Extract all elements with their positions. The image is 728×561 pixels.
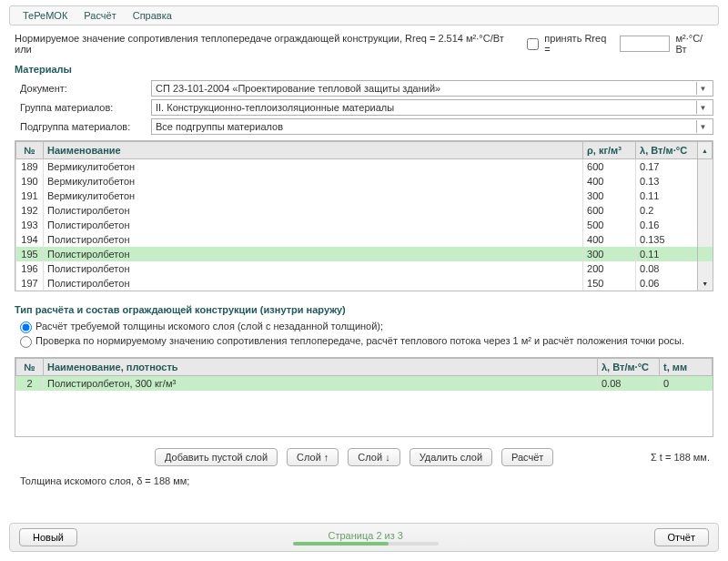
table-row[interactable]: 193Полистиролбетон5000.16 [16, 218, 713, 232]
cell-num: 192 [16, 203, 44, 218]
cell-num: 196 [16, 261, 44, 276]
cell-name: Полистиролбетон [44, 261, 583, 276]
table-row[interactable]: 189Вермикулитобетон6000.17 [16, 159, 713, 175]
scrollbar-track[interactable] [698, 203, 713, 218]
menu-teremok[interactable]: ТеРеМОК [23, 10, 67, 21]
th2-t[interactable]: t, мм [660, 359, 713, 376]
scroll-up-icon[interactable]: ▲ [698, 142, 713, 159]
cell-name: Вермикулитобетон [44, 174, 583, 189]
sigma-total: Σ t = 188 мм. [651, 452, 710, 463]
chevron-down-icon: ▼ [696, 101, 709, 114]
materials-table: № Наименование ρ, кг/м³ λ, Вт/м·°С ▲ 189… [15, 140, 713, 291]
cell-lambda: 0.2 [636, 203, 698, 218]
scrollbar-track[interactable] [698, 218, 713, 232]
cell-lambda: 0.06 [636, 276, 698, 291]
cell-lambda: 0.11 [636, 189, 698, 203]
cell-num: 191 [16, 189, 44, 203]
scrollbar-track[interactable] [698, 159, 713, 175]
document-select-value: СП 23-101-2004 «Проектирование тепловой … [156, 83, 440, 94]
cell-lambda: 0.08 [598, 376, 660, 392]
cell-t: 0 [660, 376, 713, 392]
cell-lambda: 0.13 [636, 174, 698, 189]
th2-lambda[interactable]: λ, Вт/м·°С [598, 359, 660, 376]
table-row[interactable]: 197Полистиролбетон1500.06▼ [16, 276, 713, 291]
cell-name: Вермикулитобетон [44, 159, 583, 175]
add-layer-button[interactable]: Добавить пустой слой [155, 448, 278, 466]
radio2-label: Проверка по нормируемому значению сопрот… [35, 335, 684, 346]
table-row[interactable]: 190Вермикулитобетон4000.13 [16, 174, 713, 189]
cell-rho: 300 [583, 247, 636, 261]
th-num[interactable]: № [16, 142, 44, 159]
rreq-unit: м²·°С/Вт [675, 33, 713, 55]
rreq-line: Нормируемое значение сопротивления тепло… [15, 33, 713, 55]
menu-help[interactable]: Справка [133, 10, 172, 21]
result-thickness: Толщина искомого слоя, δ = 188 мм; [20, 475, 713, 486]
table-row[interactable]: 192Полистиролбетон6000.2 [16, 203, 713, 218]
layer-buttons-row: Добавить пустой слой Слой ↑ Слой ↓ Удали… [15, 448, 713, 466]
scroll-down-icon[interactable]: ▼ [702, 280, 708, 287]
label-subgroup: Подгруппа материалов: [15, 121, 151, 132]
cell-name: Полистиролбетон, 300 кг/м³ [44, 376, 598, 392]
calc-button[interactable]: Расчёт [501, 448, 553, 466]
table-row[interactable]: 2Полистиролбетон, 300 кг/м³0.080 [16, 376, 713, 392]
new-button[interactable]: Новый [19, 528, 77, 546]
cell-num: 197 [16, 276, 44, 291]
table-row[interactable]: 194Полистиролбетон4000.135 [16, 232, 713, 247]
cell-num: 190 [16, 174, 44, 189]
th2-name[interactable]: Наименование, плотность [44, 359, 598, 376]
cell-rho: 150 [583, 276, 636, 291]
footer-bar: Новый Страница 2 из 3 Отчёт [9, 523, 719, 552]
cell-rho: 600 [583, 159, 636, 175]
cell-name: Полистиролбетон [44, 218, 583, 232]
cell-lambda: 0.17 [636, 159, 698, 175]
radio1-label: Расчёт требуемой толщины искомого слоя (… [35, 321, 383, 332]
cell-rho: 400 [583, 174, 636, 189]
materials-title: Материалы [15, 64, 713, 75]
layers-table: № Наименование, плотность λ, Вт/м·°С t, … [15, 357, 713, 437]
menubar: ТеРеМОК Расчёт Справка [9, 5, 719, 26]
label-group: Группа материалов: [15, 102, 151, 113]
table-row[interactable]: 195Полистиролбетон3000.11 [16, 247, 713, 261]
rreq-checkbox[interactable] [527, 38, 539, 50]
radio-required-thickness[interactable]: Расчёт требуемой толщины искомого слоя (… [20, 321, 713, 333]
rreq-input[interactable] [620, 36, 670, 52]
radio-check-norm[interactable]: Проверка по нормируемому значению сопрот… [20, 335, 713, 348]
scrollbar-track[interactable] [698, 261, 713, 276]
th-lambda[interactable]: λ, Вт/м·°С [636, 142, 698, 159]
cell-name: Полистиролбетон [44, 232, 583, 247]
report-button[interactable]: Отчёт [654, 528, 709, 546]
cell-rho: 300 [583, 189, 636, 203]
cell-name: Полистиролбетон [44, 203, 583, 218]
label-document: Документ: [15, 83, 151, 94]
subgroup-select[interactable]: Все подгруппы материалов ▼ [151, 118, 713, 135]
th-name[interactable]: Наименование [44, 142, 583, 159]
cell-rho: 200 [583, 261, 636, 276]
menu-calc[interactable]: Расчёт [84, 10, 116, 21]
cell-rho: 600 [583, 203, 636, 218]
page-text: Страница 2 из 3 [329, 530, 403, 541]
page-indicator: Страница 2 из 3 [77, 530, 654, 546]
page-progress [293, 542, 439, 546]
table-row[interactable]: 191Вермикулитобетон3000.11 [16, 189, 713, 203]
cell-lambda: 0.08 [636, 261, 698, 276]
scrollbar-track[interactable] [698, 232, 713, 247]
delete-layer-button[interactable]: Удалить слой [410, 448, 492, 466]
th2-num[interactable]: № [16, 359, 44, 376]
table-row[interactable]: 196Полистиролбетон2000.08 [16, 261, 713, 276]
scrollbar-track[interactable] [698, 189, 713, 203]
cell-name: Вермикулитобетон [44, 189, 583, 203]
layer-up-button[interactable]: Слой ↑ [287, 448, 339, 466]
radio-required-thickness-input[interactable] [20, 321, 32, 333]
group-select[interactable]: II. Конструкционно-теплоизоляционные мат… [151, 99, 713, 116]
cell-num: 189 [16, 159, 44, 175]
radio-check-norm-input[interactable] [20, 336, 32, 348]
scrollbar-track[interactable]: ▼ [698, 276, 713, 291]
scrollbar-track[interactable] [698, 174, 713, 189]
document-select[interactable]: СП 23-101-2004 «Проектирование тепловой … [151, 80, 713, 97]
rreq-checkbox-label: принять Rreq = [544, 33, 614, 55]
cell-num: 2 [16, 376, 44, 392]
th-rho[interactable]: ρ, кг/м³ [583, 142, 636, 159]
layer-down-button[interactable]: Слой ↓ [348, 448, 399, 466]
cell-lambda: 0.16 [636, 218, 698, 232]
scrollbar-track[interactable] [698, 247, 713, 261]
